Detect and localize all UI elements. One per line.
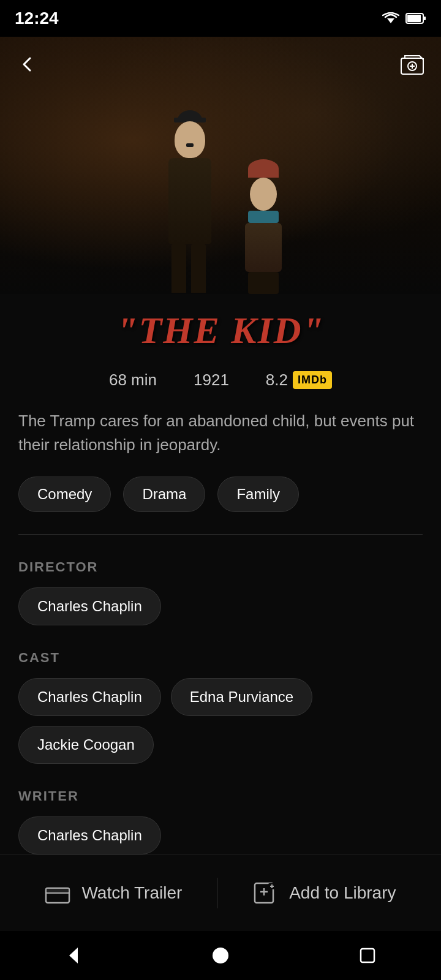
kid-body (245, 223, 282, 272)
kid-figure (227, 159, 300, 294)
add-to-library-button[interactable]: Add to Library (234, 870, 414, 916)
bottom-actions: Watch Trailer Add to Library (0, 854, 441, 931)
svg-rect-13 (46, 888, 69, 893)
director-section: DIRECTOR Charles Chaplin (18, 559, 423, 625)
svg-rect-3 (424, 17, 426, 20)
cast-section: CAST Charles Chaplin Edna Purviance Jack… (18, 650, 423, 764)
chaplin-body (168, 158, 211, 244)
svg-marker-20 (69, 948, 78, 963)
writer-tags: Charles Chaplin (18, 816, 423, 854)
status-bar: 12:24 (0, 0, 441, 37)
watch-trailer-button[interactable]: Watch Trailer (26, 870, 200, 916)
add-to-library-label: Add to Library (289, 883, 396, 903)
system-nav-bar (0, 931, 441, 980)
chaplin-figure (141, 110, 239, 294)
director-label: DIRECTOR (18, 559, 423, 575)
writer-section: WRITER Charles Chaplin (18, 788, 423, 854)
svg-rect-22 (361, 949, 374, 962)
trailer-icon (45, 882, 72, 904)
genre-tag-drama[interactable]: Drama (123, 477, 205, 512)
movie-description: The Tramp cares for an abandoned child, … (18, 409, 423, 457)
add-collection-button[interactable] (398, 49, 429, 80)
cast-tags: Charles Chaplin Edna Purviance Jackie Co… (18, 678, 423, 764)
cast-edna-purviance[interactable]: Edna Purviance (171, 678, 312, 716)
director-tags: Charles Chaplin (18, 587, 423, 625)
wifi-icon (382, 12, 399, 24)
movie-rating: 8.2 (266, 371, 288, 390)
battery-icon (405, 12, 426, 24)
imdb-badge: IMDb (293, 371, 332, 389)
kid-hat (248, 159, 279, 178)
genre-list: Comedy Drama Family (18, 477, 423, 512)
cast-jackie-coogan[interactable]: Jackie Coogan (18, 726, 154, 764)
movie-poster-figures (141, 110, 300, 294)
kid-head (250, 178, 277, 211)
writer-charles-chaplin[interactable]: Charles Chaplin (18, 816, 161, 854)
home-nav-button[interactable] (202, 943, 239, 968)
genre-tag-family[interactable]: Family (217, 477, 299, 512)
movie-duration: 68 min (109, 371, 157, 390)
movie-rating-wrapper: 8.2 IMDb (266, 371, 332, 390)
chaplin-head (175, 121, 205, 158)
back-nav-button[interactable] (55, 943, 92, 968)
status-time: 12:24 (15, 9, 59, 28)
chaplin-legs (172, 244, 208, 293)
status-icons (382, 12, 426, 24)
cast-charles-chaplin[interactable]: Charles Chaplin (18, 678, 161, 716)
svg-point-21 (213, 948, 228, 963)
hero-image (0, 37, 441, 294)
svg-rect-2 (407, 15, 421, 22)
section-divider (18, 534, 423, 535)
writer-label: WRITER (18, 788, 423, 804)
movie-year: 1921 (194, 371, 229, 390)
movie-title: "THE KID" (18, 309, 423, 352)
action-divider (217, 878, 217, 908)
cast-label: CAST (18, 650, 423, 666)
kid-scarf (248, 211, 279, 223)
chaplin-hat (178, 110, 202, 120)
genre-tag-comedy[interactable]: Comedy (18, 477, 111, 512)
director-charles-chaplin[interactable]: Charles Chaplin (18, 587, 161, 625)
watch-trailer-label: Watch Trailer (81, 883, 182, 903)
movie-meta: 68 min 1921 8.2 IMDb (18, 371, 423, 390)
kid-legs (248, 272, 279, 294)
library-icon (252, 882, 279, 904)
back-button[interactable] (12, 49, 43, 80)
svg-marker-0 (387, 18, 394, 23)
recent-nav-button[interactable] (349, 943, 386, 968)
